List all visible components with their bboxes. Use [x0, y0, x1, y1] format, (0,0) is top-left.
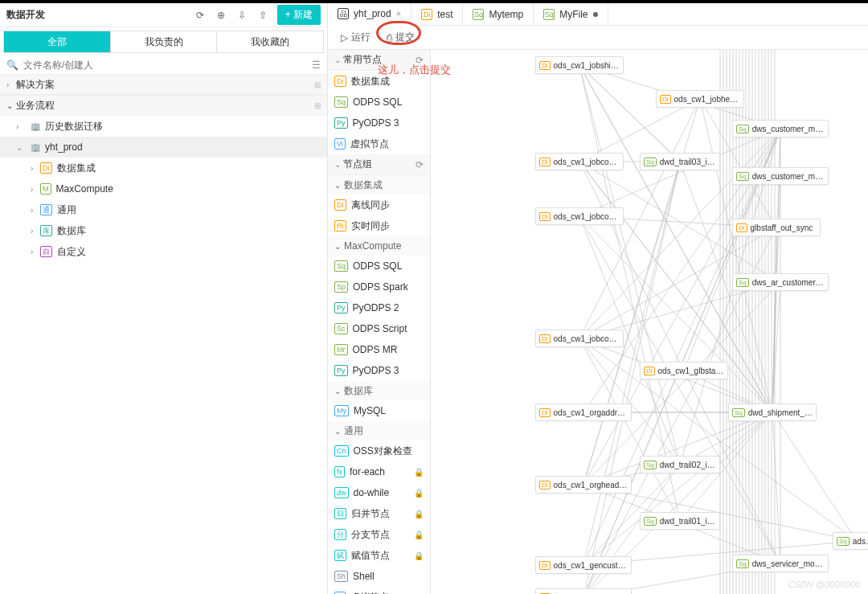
refresh-icon[interactable]: ⟳: [194, 9, 207, 22]
node-type-icon: Sq: [644, 158, 657, 166]
dag-node[interactable]: Diods cw1 acctransac...: [535, 588, 632, 594]
dag-node[interactable]: Sqdws_ar_customer_on...: [732, 273, 829, 291]
palette-item[interactable]: PyPyODPS 3: [328, 113, 430, 133]
dag-node[interactable]: Diglbstaff_out_sync: [732, 219, 821, 236]
right-area: 品yht_prod×DitestSqMytempSqMyFile ▷ 运行 ⎙ …: [328, 3, 868, 594]
node-type-icon: Di: [539, 481, 551, 490]
node-type-icon: Sq: [732, 408, 745, 417]
dag-node[interactable]: Diods_cw1_jobheader_...: [656, 90, 744, 108]
node-palette: ⌄ 常用节点⟳Di数据集成SqODPS SQLPyPyODPS 3Vi虚拟节点⌄…: [328, 50, 431, 594]
nav-tree: ›解决方案⊞ ⌄业务流程⊞ ›🏢历史数据迁移 ⌄🏢yht_prod ›Di数据集…: [0, 74, 327, 594]
file-tab[interactable]: SqMytemp: [463, 3, 534, 25]
dag-node[interactable]: Sqdws_customer_monit...: [732, 167, 829, 185]
lock-icon: 🔒: [414, 510, 424, 518]
node-type-icon: Sq: [644, 461, 657, 469]
svg-line-14: [583, 412, 772, 485]
dag-node[interactable]: Diods_cw1_orgaddress...: [535, 404, 632, 421]
file-tab[interactable]: 品yht_prod×: [328, 3, 411, 26]
refresh-icon[interactable]: ⟳: [416, 159, 424, 170]
tab-fav[interactable]: 我收藏的: [217, 31, 323, 52]
dag-node[interactable]: Sqads_comm...: [833, 532, 868, 550]
palette-item[interactable]: MrODPS MR: [328, 339, 430, 360]
palette-item[interactable]: SqODPS SQL: [328, 92, 430, 113]
palette-item[interactable]: Vi虚拟节点: [328, 133, 430, 154]
node-type-icon: Di: [539, 334, 551, 343]
svg-line-58: [583, 282, 780, 485]
submit-icon: ⎙: [387, 32, 392, 43]
dag-node[interactable]: Sqdwd_trail03_info: [640, 153, 720, 170]
dag-node[interactable]: Diods_cw1_orgheader_...: [535, 476, 632, 494]
tab-icon: Sq: [543, 9, 555, 20]
tree-child[interactable]: ›库数据库: [0, 220, 327, 241]
palette-item[interactable]: 赋赋值节点🔒: [328, 545, 430, 566]
run-button[interactable]: ▷ 运行: [334, 27, 377, 47]
dag-node[interactable]: Sqdwd_shipment_info: [728, 404, 817, 421]
export-icon[interactable]: ⇧: [256, 9, 269, 22]
dag-node[interactable]: Sqdwd_trail01_info: [640, 512, 720, 530]
close-icon[interactable]: ×: [396, 9, 401, 18]
new-button[interactable]: + 新建: [277, 5, 321, 25]
refresh-icon[interactable]: ⟳: [416, 55, 424, 66]
palette-item[interactable]: PyPyODPS 2: [328, 297, 430, 318]
palette-item[interactable]: PyPyODPS 3: [328, 360, 430, 381]
dag-node[interactable]: Sqdws_customer_monit...: [732, 120, 829, 137]
submit-button[interactable]: ⎙ 提交: [380, 27, 421, 47]
dag-node[interactable]: Diods_cw1_gencustoma...: [535, 556, 632, 574]
node-type-icon: Sq: [736, 125, 749, 133]
palette-subhead[interactable]: ⌄ 通用: [328, 421, 430, 440]
file-tabs: 品yht_prod×DitestSqMytempSqMyFile: [328, 3, 868, 26]
palette-subhead[interactable]: ⌄ 数据集成: [328, 175, 430, 195]
palette-section-head[interactable]: ⌄ 节点组⟳: [328, 154, 430, 175]
dag-node[interactable]: Sqdwd_trail02_info: [640, 456, 720, 473]
dag-node[interactable]: Diods_cw1_jobconsol_...: [535, 330, 624, 347]
palette-item[interactable]: ScODPS Script: [328, 318, 430, 339]
watermark: CSDN @000X000: [788, 580, 860, 589]
palette-item[interactable]: fxfor-each🔒: [328, 461, 430, 482]
tree-child[interactable]: ›MMaxCompute: [0, 178, 327, 199]
palette-subhead[interactable]: ⌄ 数据库: [328, 381, 430, 400]
dag-node[interactable]: Diods_cw1_jobconship...: [535, 207, 624, 225]
node-type-icon: Di: [539, 408, 551, 417]
modified-dot: [593, 12, 598, 17]
palette-item[interactable]: SpODPS Spark: [328, 277, 430, 297]
palette-item[interactable]: 分分支节点🔒: [328, 524, 430, 545]
palette-item[interactable]: ShShell: [328, 566, 430, 587]
filter-icon[interactable]: ☰: [312, 59, 321, 71]
tree-solution[interactable]: ›解决方案⊞: [0, 74, 327, 95]
search-input[interactable]: [23, 59, 307, 71]
node-type-icon: Di: [539, 158, 551, 166]
tree-child[interactable]: ›自自定义: [0, 241, 327, 262]
tree-child[interactable]: ›通通用: [0, 199, 327, 220]
palette-item[interactable]: Di数据集成: [328, 71, 430, 92]
palette-item[interactable]: MyMySQL: [328, 400, 430, 421]
dag-node[interactable]: Sqdws_servicer_monit...: [732, 555, 829, 572]
dag-node[interactable]: Diods_cw1_jobconsolt...: [535, 153, 624, 170]
tab-all[interactable]: 全部: [4, 31, 111, 52]
palette-subhead[interactable]: ⌄ MaxCompute: [328, 236, 430, 256]
file-tab[interactable]: Ditest: [411, 3, 463, 25]
tree-history[interactable]: ›🏢历史数据迁移: [0, 116, 327, 137]
locate-icon[interactable]: ⊕: [215, 9, 227, 22]
palette-section-head[interactable]: ⌄ 常用节点⟳: [328, 50, 430, 71]
node-type-icon: Di: [539, 212, 551, 221]
palette-item[interactable]: Ri实时同步: [328, 215, 430, 236]
palette-item[interactable]: Vi虚拟节点: [328, 587, 430, 594]
tree-child[interactable]: ›Di数据集成: [0, 158, 327, 178]
palette-item[interactable]: CnOSS对象检查: [328, 440, 430, 461]
palette-item[interactable]: 归归并节点🔒: [328, 503, 430, 524]
palette-item[interactable]: dwdo-while🔒: [328, 482, 430, 503]
file-tab[interactable]: SqMyFile: [534, 3, 608, 25]
left-panel: 数据开发 ⟳ ⊕ ⇩ ⇧ + 新建 全部 我负责的 我收藏的 🔍 ☰ ›解决方案…: [0, 3, 328, 594]
tree-yht[interactable]: ⌄🏢yht_prod: [0, 137, 327, 158]
palette-item[interactable]: Di离线同步: [328, 195, 430, 215]
node-type-icon: Di: [660, 95, 671, 104]
dag-canvas[interactable]: Diods_cw1_jobshipment...Diods_cw1_jobhea…: [431, 50, 868, 594]
dag-node[interactable]: Diods_cw1_jobshipment...: [535, 56, 624, 74]
palette-item[interactable]: SqODPS SQL: [328, 256, 430, 277]
dag-node[interactable]: Diods_cw1_glbstaff_d...: [640, 362, 728, 379]
import-icon[interactable]: ⇩: [235, 9, 248, 22]
tab-mine[interactable]: 我负责的: [111, 31, 218, 52]
tree-workflow[interactable]: ⌄业务流程⊞: [0, 95, 327, 116]
filter-tabs: 全部 我负责的 我收藏的: [3, 31, 324, 53]
tab-icon: Sq: [473, 9, 484, 20]
